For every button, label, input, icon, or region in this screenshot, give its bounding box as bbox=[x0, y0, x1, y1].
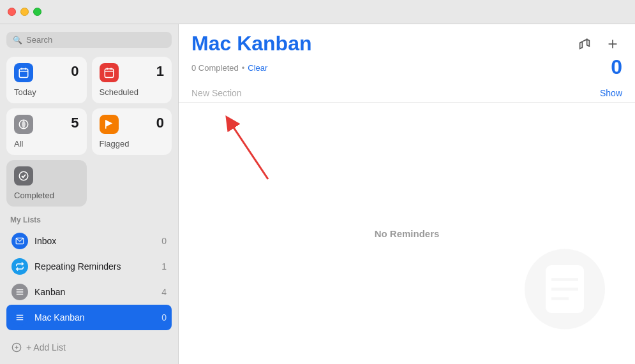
scheduled-count: 1 bbox=[156, 63, 164, 80]
kanban-icon bbox=[11, 284, 28, 300]
minimize-button[interactable] bbox=[20, 8, 29, 16]
reminders-watermark bbox=[514, 237, 616, 351]
add-button[interactable] bbox=[603, 34, 622, 54]
all-count: 5 bbox=[71, 115, 78, 131]
my-lists-section-title: My Lists bbox=[6, 215, 172, 224]
show-button[interactable]: Show bbox=[600, 88, 622, 98]
repeating-count: 1 bbox=[161, 261, 167, 272]
content-title: Mac Kanban bbox=[191, 32, 311, 55]
inbox-name: Inbox bbox=[34, 236, 155, 246]
clear-button[interactable]: Clear bbox=[248, 63, 267, 73]
scheduled-icon bbox=[100, 63, 119, 82]
add-list-label: + Add List bbox=[26, 342, 66, 353]
sidebar-bottom: + Add List bbox=[6, 332, 172, 356]
today-label: Today bbox=[14, 87, 79, 97]
smart-card-flagged[interactable]: 0 Flagged bbox=[92, 108, 172, 155]
content-area: Mac Kanban 0 Completed • Clear 0 New Sec… bbox=[179, 24, 635, 364]
share-button[interactable] bbox=[575, 34, 594, 54]
svg-rect-0 bbox=[19, 69, 28, 78]
completed-label: Completed bbox=[14, 191, 79, 200]
add-list-button[interactable]: + Add List bbox=[6, 339, 172, 356]
flagged-count: 0 bbox=[156, 115, 164, 131]
all-label: All bbox=[14, 139, 79, 149]
content-subheader: New Section Show bbox=[179, 83, 635, 103]
content-body: No Reminders bbox=[179, 103, 635, 364]
inbox-icon bbox=[11, 233, 28, 249]
list-item-mackanban[interactable]: Mac Kanban 0 bbox=[6, 305, 172, 330]
svg-point-25 bbox=[525, 249, 605, 330]
list-item-inbox[interactable]: Inbox 0 bbox=[6, 228, 172, 254]
smart-cards-grid: 0 Today 1 Scheduled bbox=[6, 57, 172, 207]
today-count: 0 bbox=[71, 63, 78, 80]
mackanban-count: 0 bbox=[161, 312, 167, 323]
list-item-kanban[interactable]: Kanban 4 bbox=[6, 279, 172, 305]
smart-card-scheduled[interactable]: 1 Scheduled bbox=[92, 57, 172, 103]
list-item-repeating[interactable]: Repeating Reminders 1 bbox=[6, 254, 172, 279]
scheduled-label: Scheduled bbox=[100, 87, 165, 97]
repeat-icon bbox=[11, 258, 28, 275]
content-header: Mac Kanban bbox=[179, 24, 635, 55]
smart-card-today[interactable]: 0 Today bbox=[6, 57, 87, 103]
search-bar[interactable]: 🔍 bbox=[6, 32, 172, 48]
svg-line-24 bbox=[230, 122, 268, 179]
mackanban-icon bbox=[11, 309, 28, 326]
repeating-name: Repeating Reminders bbox=[34, 261, 155, 272]
flagged-icon bbox=[100, 115, 119, 134]
today-icon bbox=[14, 63, 33, 82]
search-icon: 🔍 bbox=[13, 36, 22, 45]
titlebar bbox=[0, 0, 635, 24]
inbox-count: 0 bbox=[161, 236, 167, 246]
content-subtitle: 0 Completed • Clear bbox=[191, 63, 267, 73]
new-section-label: New Section bbox=[191, 88, 242, 98]
all-icon bbox=[14, 115, 33, 134]
sidebar: 🔍 0 Today 1 bbox=[0, 24, 179, 364]
svg-rect-26 bbox=[546, 265, 584, 313]
arrow-annotation bbox=[217, 109, 294, 186]
smart-card-all[interactable]: 5 All bbox=[6, 108, 87, 155]
content-count-badge: 0 bbox=[611, 55, 622, 79]
smart-card-completed[interactable]: Completed bbox=[6, 160, 87, 207]
no-reminders-text: No Reminders bbox=[375, 228, 440, 239]
kanban-count: 4 bbox=[161, 287, 167, 297]
completed-count-text: 0 Completed bbox=[191, 63, 239, 73]
main-layout: 🔍 0 Today 1 bbox=[0, 24, 635, 364]
content-toolbar bbox=[575, 34, 622, 54]
completed-icon bbox=[14, 166, 33, 186]
maximize-button[interactable] bbox=[33, 8, 41, 16]
svg-rect-4 bbox=[105, 69, 114, 78]
flagged-label: Flagged bbox=[100, 139, 165, 149]
mackanban-name: Mac Kanban bbox=[34, 312, 155, 323]
traffic-lights bbox=[8, 8, 41, 16]
close-button[interactable] bbox=[8, 8, 16, 16]
kanban-name: Kanban bbox=[34, 287, 155, 297]
search-input[interactable] bbox=[26, 35, 165, 45]
